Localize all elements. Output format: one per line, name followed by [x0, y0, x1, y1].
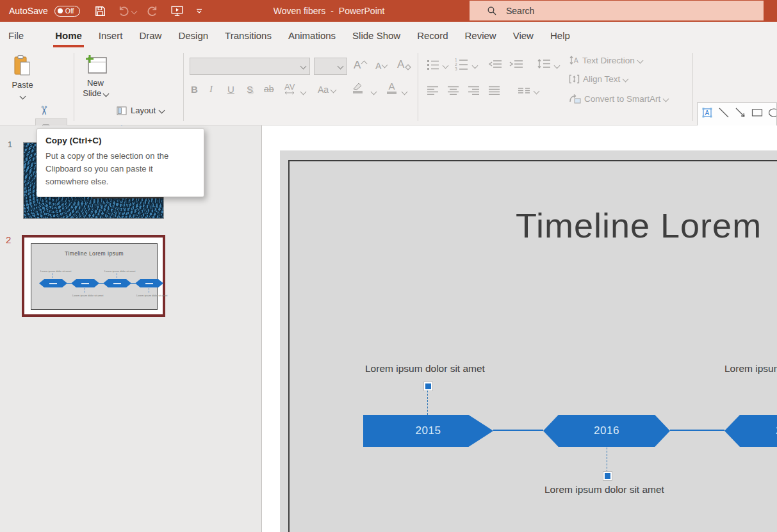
tab-animations[interactable]: Animations [280, 22, 344, 49]
tab-insert[interactable]: Insert [90, 22, 131, 49]
group-separator [418, 53, 418, 121]
arrow-shape-icon[interactable] [732, 104, 749, 122]
align-center-button[interactable] [447, 86, 459, 95]
undo-dropdown-icon[interactable] [131, 8, 137, 14]
convert-smartart-dropdown-icon [663, 95, 669, 102]
tab-design[interactable]: Design [170, 22, 217, 49]
slide-canvas[interactable]: Timeline Lorem Lorem ipsum dolor sit ame… [280, 150, 777, 532]
powerpoint-window: AutoSave Off Woven fibers [0, 0, 777, 532]
columns-button[interactable] [518, 87, 530, 94]
grow-font-button[interactable]: A [354, 59, 366, 72]
underline-button[interactable]: U [227, 84, 234, 95]
tooltip-title: Copy (Ctrl+C) [45, 136, 195, 145]
text-direction-button[interactable]: A Text Direction [569, 55, 642, 66]
title-separator: - [331, 6, 334, 16]
numbering-dropdown-icon[interactable] [472, 63, 478, 69]
layout-button[interactable]: Layout [117, 106, 164, 115]
svg-text:2: 2 [455, 62, 457, 67]
character-spacing-dropdown-icon[interactable] [300, 89, 307, 95]
start-slideshow-icon[interactable] [170, 4, 184, 17]
thumbnail-label: Lorem ipsum dolor sit amet [104, 270, 135, 273]
align-left-button[interactable] [427, 86, 439, 95]
align-text-label: Align Text [583, 74, 620, 84]
timeline-shape-2016[interactable]: 2016 [543, 415, 670, 447]
tab-file[interactable]: File [0, 22, 32, 49]
tab-draw[interactable]: Draw [131, 22, 170, 49]
group-separator [692, 53, 693, 121]
rectangle-shape-icon[interactable] [749, 104, 765, 122]
thumbnail-label: Lorem ipsum dolor sit amet [72, 294, 103, 297]
tab-view[interactable]: View [505, 22, 542, 49]
slide-title[interactable]: Timeline Lorem [516, 206, 762, 245]
align-right-button[interactable] [468, 86, 480, 95]
columns-dropdown-icon[interactable] [534, 88, 540, 95]
bold-button[interactable]: B [191, 84, 198, 95]
paste-button[interactable]: Paste [8, 54, 37, 101]
tab-help[interactable]: Help [542, 22, 578, 49]
timeline-connector [493, 430, 543, 431]
tab-transitions[interactable]: Transitions [217, 22, 280, 49]
italic-button[interactable]: I [209, 84, 213, 95]
justify-button[interactable] [488, 86, 500, 95]
bullets-dropdown-icon[interactable] [443, 63, 449, 69]
new-slide-button[interactable]: New Slide [79, 54, 111, 99]
autosave-label: AutoSave [9, 6, 48, 16]
timeline-year: 2015 [416, 424, 441, 437]
new-slide-icon [83, 54, 108, 76]
cut-button[interactable]: ✂ [37, 106, 51, 116]
thumbnail-connector [149, 288, 149, 293]
redo-icon[interactable] [147, 5, 159, 17]
timeline-label-top-right[interactable]: Lorem ipsum dolor sit amet [724, 363, 777, 375]
search-icon [487, 6, 497, 16]
clear-formatting-button[interactable]: A [397, 58, 411, 71]
tab-home[interactable]: Home [47, 22, 90, 49]
tab-record[interactable]: Record [409, 22, 456, 49]
autosave-toggle[interactable]: Off [54, 6, 80, 17]
timeline-label-bottom[interactable]: Lorem ipsum dolor sit amet [544, 484, 664, 496]
font-color-button[interactable]: A [387, 81, 397, 94]
highlight-dropdown-icon[interactable] [371, 89, 377, 95]
search-placeholder: Search [506, 6, 534, 16]
line-spacing-dropdown-icon[interactable] [554, 63, 560, 69]
font-name-combo[interactable] [190, 58, 310, 75]
bullets-button[interactable] [427, 59, 439, 70]
tab-slide-show[interactable]: Slide Show [344, 22, 409, 49]
slide-2-thumbnail[interactable]: Timeline Lorem Ipsum Lorem ipsum dolor s… [22, 235, 165, 317]
font-color-dropdown-icon[interactable] [402, 89, 408, 95]
timeline-shape-2015[interactable]: 2015 [363, 415, 493, 447]
timeline-label-top-left[interactable]: Lorem ipsum dolor sit amet [365, 363, 485, 375]
decrease-indent-button[interactable] [488, 60, 502, 69]
line-spacing-button[interactable] [537, 58, 551, 70]
paste-label: Paste [8, 80, 37, 90]
save-icon[interactable] [94, 5, 106, 17]
connector-handle[interactable] [603, 472, 612, 480]
customize-qat-icon[interactable] [195, 7, 203, 15]
numbering-button[interactable]: 123 [455, 58, 468, 70]
line-shape-icon[interactable] [716, 104, 732, 122]
change-case-button[interactable]: Aa [318, 85, 336, 95]
highlight-color-button[interactable] [352, 82, 363, 93]
font-size-combo[interactable] [314, 58, 347, 75]
align-text-button[interactable]: Align Text [569, 74, 628, 84]
increase-indent-button[interactable] [509, 60, 523, 69]
undo-icon[interactable] [117, 5, 129, 17]
strikethrough-button[interactable]: ab [264, 84, 274, 94]
group-separator [74, 53, 74, 121]
convert-smartart-button[interactable]: Convert to SmartArt [569, 93, 668, 104]
slide-2-number: 2 [6, 234, 11, 245]
autosave-state: Off [65, 7, 74, 15]
shrink-font-button[interactable]: A [375, 61, 387, 71]
connector-handle[interactable] [424, 382, 432, 391]
dashed-connector [427, 391, 428, 415]
text-direction-label: Text Direction [582, 56, 635, 65]
textbox-shape-icon[interactable]: A [699, 104, 716, 122]
thumbnail-timeline-shape [135, 279, 163, 287]
oval-shape-icon[interactable] [765, 104, 777, 122]
search-input[interactable]: Search [470, 1, 764, 20]
new-slide-label: New Slide [79, 78, 111, 99]
tab-review[interactable]: Review [457, 22, 505, 49]
text-shadow-button[interactable]: S [247, 84, 253, 95]
character-spacing-button[interactable]: AV [284, 83, 295, 95]
dashed-connector [607, 447, 607, 472]
paste-dropdown-icon [19, 93, 26, 100]
